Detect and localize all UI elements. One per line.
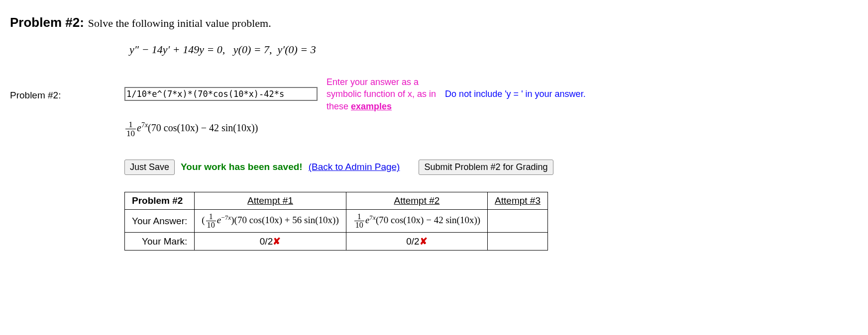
equation-ic1: y(0) = 7,: [233, 43, 272, 56]
saved-message: Your work has been saved!: [181, 162, 303, 172]
cross-icon: ✘: [273, 236, 281, 247]
attempt-1-header[interactable]: Attempt #1: [195, 192, 346, 209]
equation: y″ − 14y′ + 149y = 0, y(0) = 7, y′(0) = …: [129, 43, 858, 56]
attempt-1-mark: 0/2✘: [195, 233, 346, 251]
attempt-3-answer: [488, 209, 548, 232]
table-title: Problem #2: [125, 192, 195, 209]
attempt-2-answer: 110e7x(70 cos(10x) − 42 sin(10x)): [346, 209, 487, 232]
button-row: Just Save Your work has been saved! (Bac…: [124, 160, 858, 175]
rendered-answer: 110e7x(70 cos(10x) − 42 sin(10x)): [124, 120, 858, 138]
attempt-2-mark: 0/2✘: [346, 233, 487, 251]
input-warning: Do not include 'y = ' in your answer.: [445, 89, 586, 99]
attempt-1-answer: (110e−7x)(70 cos(10x) + 56 sin(10x)): [195, 209, 346, 232]
equation-ode: y″ − 14y′ + 149y = 0,: [129, 43, 225, 56]
rendered-body: (70 cos(10x) − 42 sin(10x)): [148, 122, 258, 133]
cross-icon: ✘: [420, 236, 428, 247]
rendered-frac-den: 10: [125, 129, 136, 138]
problem-header: Problem #2: Solve the following initial …: [10, 15, 858, 30]
back-to-admin-link[interactable]: (Back to Admin Page): [309, 162, 400, 172]
submit-button[interactable]: Submit Problem #2 for Grading: [419, 160, 553, 175]
attempt-2-header[interactable]: Attempt #2: [346, 192, 487, 209]
rendered-exp: 7: [141, 121, 145, 129]
attempt-3-header[interactable]: Attempt #3: [488, 192, 548, 209]
input-hint: Enter your answer as a symbolic function…: [326, 76, 436, 112]
save-button[interactable]: Just Save: [124, 160, 175, 175]
hint-line2: symbolic function of x, as in: [326, 89, 436, 99]
problem-number: Problem #2:: [10, 15, 84, 30]
hint-line3-pre: these: [326, 101, 351, 111]
attempt-3-mark: [488, 233, 548, 251]
attempts-table: Problem #2 Attempt #1 Attempt #2 Attempt…: [124, 192, 548, 251]
rendered-frac-num: 1: [125, 120, 136, 129]
hint-line1: Enter your answer as a: [326, 77, 419, 87]
equation-ic2: y′(0) = 3: [278, 43, 316, 56]
problem-side-label: Problem #2:: [10, 76, 124, 101]
answer-input[interactable]: 1/10*e^(7*x)*(70*cos(10*x)-42*s: [124, 87, 318, 101]
examples-link[interactable]: examples: [351, 101, 392, 111]
problem-prompt: Solve the following initial value proble…: [88, 17, 271, 30]
row-answer-label: Your Answer:: [125, 209, 195, 232]
row-mark-label: Your Mark:: [125, 233, 195, 251]
